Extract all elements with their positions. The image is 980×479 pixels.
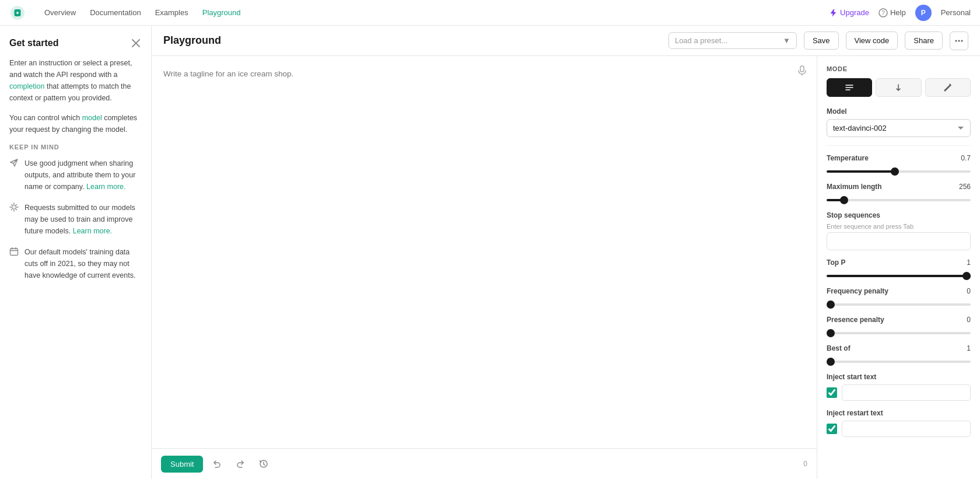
send-icon	[9, 158, 19, 169]
edit-icon	[943, 83, 953, 92]
stop-sequences-label: Stop sequences	[827, 211, 971, 219]
mode-complete-button[interactable]	[827, 78, 872, 97]
svg-text:?: ?	[881, 10, 885, 16]
tip-2-text: Requests submitted to our models may be …	[24, 202, 142, 237]
logo[interactable]	[9, 5, 26, 21]
main-content: Playground Load a preset... ▼ Save View …	[152, 26, 980, 479]
nav-playground[interactable]: Playground	[202, 8, 241, 17]
redo-button[interactable]	[231, 454, 250, 473]
undo-button[interactable]	[208, 454, 226, 473]
svg-rect-8	[800, 66, 804, 72]
frequency-penalty-label: Frequency penalty 0	[827, 287, 971, 295]
top-p-label: Top P 1	[827, 258, 971, 267]
max-length-label: Maximum length 256	[827, 183, 971, 191]
temperature-label: Temperature 0.7	[827, 154, 971, 162]
inject-start-label: Inject start text	[827, 373, 971, 381]
inject-start-input[interactable]	[842, 384, 971, 401]
completion-link[interactable]: completion	[9, 82, 44, 90]
inject-start-row	[827, 384, 971, 401]
more-icon	[954, 36, 964, 46]
sidebar-model-text: You can control which model completes yo…	[9, 112, 142, 135]
editor-toolbar: Submit	[152, 448, 817, 479]
nav-examples[interactable]: Examples	[155, 8, 188, 17]
tip-3-text: Our default models' training data cuts o…	[24, 246, 142, 281]
nav-overview[interactable]: Overview	[44, 8, 76, 17]
sidebar-title: Get started	[9, 38, 58, 48]
load-preset-dropdown[interactable]: Load a preset... ▼	[668, 32, 797, 49]
save-button[interactable]: Save	[804, 32, 839, 50]
token-count: 0	[803, 460, 807, 468]
sidebar: Get started Enter an instruction or sele…	[0, 26, 152, 479]
best-of-value: 1	[967, 344, 971, 352]
history-icon	[259, 459, 268, 468]
model-section: Model text-davinci-002 text-davinci-001 …	[827, 107, 971, 137]
tip-1-link[interactable]: Learn more.	[86, 183, 125, 191]
help-button[interactable]: ? Help	[878, 8, 906, 18]
tip-2-link[interactable]: Learn more.	[73, 227, 112, 235]
inject-start-checkbox[interactable]	[827, 387, 837, 398]
temperature-section: Temperature 0.7	[827, 154, 971, 174]
close-icon	[132, 39, 140, 47]
presence-penalty-label: Presence penalty 0	[827, 316, 971, 324]
inject-restart-section: Inject restart text	[827, 409, 971, 437]
editor-textarea[interactable]	[152, 56, 817, 448]
frequency-penalty-section: Frequency penalty 0	[827, 287, 971, 307]
more-button[interactable]	[950, 32, 968, 50]
nav-right: Upgrade ? Help P Personal	[829, 5, 971, 21]
frequency-penalty-slider[interactable]	[827, 303, 971, 306]
model-label: Model	[827, 107, 971, 116]
undo-icon	[212, 459, 222, 468]
right-panel: Mode	[817, 56, 980, 479]
tip-1: Use good judgment when sharing outputs, …	[9, 158, 142, 193]
best-of-slider[interactable]	[827, 361, 971, 363]
editor-area: Submit	[152, 56, 817, 479]
inject-restart-checkbox[interactable]	[827, 424, 837, 434]
view-code-button[interactable]: View code	[846, 32, 898, 50]
top-p-section: Top P 1	[827, 258, 971, 279]
max-length-section: Maximum length 256	[827, 183, 971, 203]
history-button[interactable]	[254, 454, 273, 473]
mode-edit-button[interactable]	[925, 78, 971, 97]
presence-penalty-slider[interactable]	[827, 332, 971, 334]
playground-header: Playground Load a preset... ▼ Save View …	[152, 26, 980, 56]
tip-2: Requests submitted to our models may be …	[9, 202, 142, 237]
help-icon: ?	[878, 8, 888, 18]
playground-body: Submit	[152, 56, 980, 479]
playground-title: Playground	[163, 34, 662, 47]
model-link[interactable]: model	[82, 114, 102, 122]
keep-in-mind-label: KEEP IN MIND	[9, 144, 142, 151]
personal-label[interactable]: Personal	[941, 8, 971, 17]
insert-icon	[894, 83, 903, 92]
share-button[interactable]: Share	[905, 32, 943, 50]
stop-sequences-input[interactable]	[827, 232, 971, 250]
submit-button[interactable]: Submit	[161, 456, 203, 473]
mode-label: Mode	[827, 65, 971, 72]
model-select[interactable]: text-davinci-002 text-davinci-001 text-c…	[827, 119, 971, 137]
chevron-down-icon: ▼	[783, 36, 790, 45]
presence-penalty-section: Presence penalty 0	[827, 316, 971, 336]
sidebar-header: Get started	[9, 37, 142, 49]
top-nav: Overview Documentation Examples Playgrou…	[0, 0, 980, 26]
nav-documentation[interactable]: Documentation	[90, 8, 141, 17]
mode-section: Mode	[827, 65, 971, 97]
close-button[interactable]	[130, 37, 142, 49]
svg-rect-4	[10, 249, 18, 256]
temperature-slider[interactable]	[827, 170, 971, 173]
max-length-slider[interactable]	[827, 199, 971, 201]
best-of-section: Best of 1	[827, 344, 971, 365]
mode-buttons	[827, 78, 971, 97]
upgrade-button[interactable]: Upgrade	[829, 8, 869, 17]
calendar-icon	[9, 247, 19, 258]
top-p-value: 1	[967, 258, 971, 267]
inject-start-section: Inject start text	[827, 373, 971, 401]
inject-restart-label: Inject restart text	[827, 409, 971, 417]
mic-icon[interactable]	[797, 65, 807, 78]
best-of-label: Best of 1	[827, 344, 971, 352]
load-preset-label: Load a preset...	[675, 36, 727, 45]
mode-insert-button[interactable]	[876, 78, 921, 97]
frequency-penalty-value: 0	[967, 287, 971, 295]
avatar[interactable]: P	[915, 5, 932, 21]
top-p-slider[interactable]	[827, 275, 971, 277]
max-length-value: 256	[959, 183, 971, 191]
inject-restart-input[interactable]	[842, 421, 971, 437]
